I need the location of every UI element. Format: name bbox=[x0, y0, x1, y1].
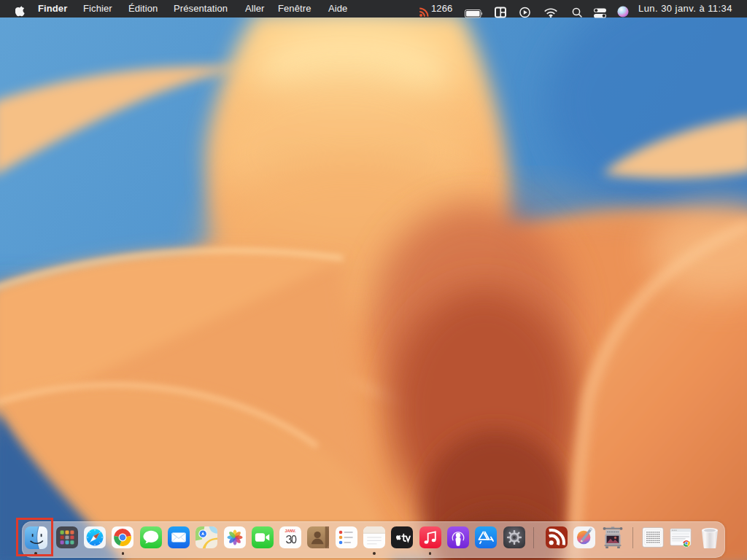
svg-text:JANV.: JANV. bbox=[285, 529, 297, 533]
